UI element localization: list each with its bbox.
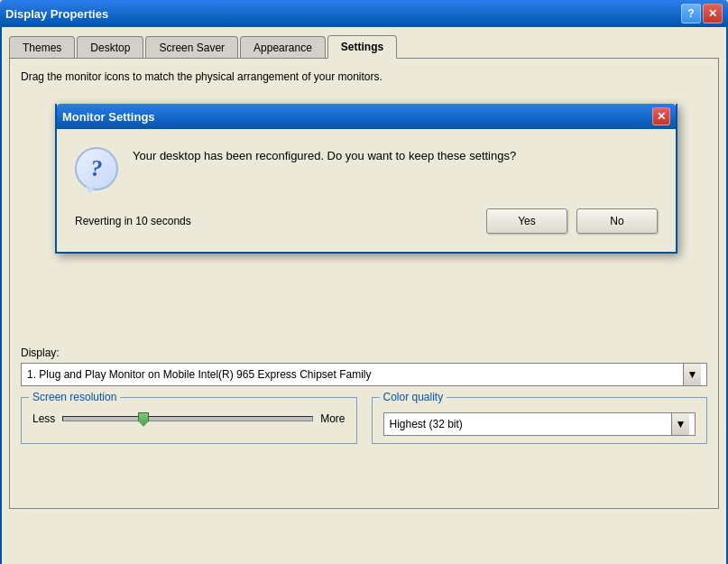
color-quality-group: Color quality Highest (32 bit) ▼ [372, 397, 708, 444]
less-label: Less [32, 412, 55, 425]
main-title-bar: Display Properties ? ✕ [0, 0, 728, 27]
slider-thumb [138, 412, 149, 427]
tab-appearance[interactable]: Appearance [240, 36, 326, 59]
dialog-close-button[interactable]: ✕ [652, 107, 670, 125]
tabs-container: Themes Desktop Screen Saver Appearance S… [2, 27, 726, 58]
display-label: Display: [21, 347, 707, 359]
dialog-content-row: ? Your desktop has been reconfigured. Do… [75, 147, 658, 190]
more-label: More [320, 412, 345, 425]
question-icon: ? [75, 147, 118, 190]
instruction-text: Drag the monitor icons to match the phys… [21, 69, 707, 85]
main-close-button[interactable]: ✕ [703, 4, 723, 23]
display-dropdown[interactable]: 1. Plug and Play Monitor on Mobile Intel… [21, 363, 707, 386]
screen-resolution-group: Screen resolution Less More [21, 397, 357, 444]
resolution-slider[interactable] [62, 416, 313, 421]
settings-tab-content: Drag the monitor icons to match the phys… [9, 58, 719, 509]
yes-button[interactable]: Yes [486, 208, 567, 234]
display-dropdown-arrow[interactable]: ▼ [683, 364, 701, 385]
monitor-dialog: Monitor Settings ✕ ? Your desktop has be… [55, 104, 677, 254]
color-quality-legend: Color quality [380, 391, 447, 403]
color-quality-dropdown[interactable]: Highest (32 bit) ▼ [383, 412, 696, 436]
revert-countdown: Reverting in 10 seconds [75, 215, 191, 227]
main-window-controls: ? ✕ [681, 4, 723, 23]
help-button[interactable]: ? [681, 4, 701, 23]
main-window: Themes Desktop Screen Saver Appearance S… [0, 27, 728, 564]
dialog-title: Monitor Settings [62, 110, 155, 124]
no-button[interactable]: No [576, 208, 658, 234]
dialog-body: ? Your desktop has been reconfigured. Do… [57, 129, 676, 252]
color-quality-dropdown-arrow[interactable]: ▼ [671, 413, 689, 435]
slider-row: Less More [32, 412, 346, 425]
tab-settings[interactable]: Settings [327, 35, 397, 59]
tab-themes[interactable]: Themes [9, 36, 75, 59]
tab-screen-saver[interactable]: Screen Saver [145, 36, 238, 59]
dialog-footer: Reverting in 10 seconds Yes No [75, 208, 658, 234]
dialog-message: Your desktop has been reconfigured. Do y… [133, 147, 658, 165]
dialog-buttons: Yes No [486, 208, 658, 234]
tab-desktop[interactable]: Desktop [77, 36, 143, 59]
screen-resolution-legend: Screen resolution [29, 391, 120, 403]
bottom-section: Screen resolution Less More Color qualit… [21, 397, 707, 444]
dialog-title-bar: Monitor Settings ✕ [57, 104, 676, 129]
main-window-title: Display Properties [5, 7, 108, 21]
